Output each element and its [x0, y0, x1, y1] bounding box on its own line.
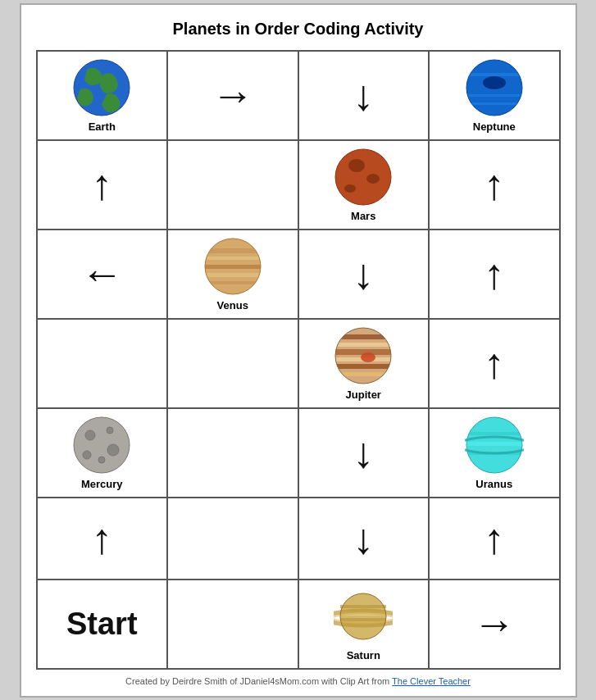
- planet-label-venus: Venus: [217, 299, 248, 311]
- svg-rect-45: [466, 442, 522, 446]
- planet-label-neptune: Neptune: [473, 120, 516, 133]
- arrow-right: →: [473, 602, 516, 645]
- planet-uranus: Uranus: [465, 416, 524, 490]
- start-label: Start: [66, 607, 138, 642]
- cell-r3-c2: Jupiter: [299, 320, 430, 409]
- cell-r6-c2: Saturn: [299, 580, 430, 670]
- cell-r5-c2: ↓: [299, 498, 430, 580]
- planet-label-uranus: Uranus: [475, 478, 512, 490]
- planet-label-earth: Earth: [89, 120, 116, 133]
- page-title: Planets in Order Coding Activity: [36, 20, 561, 39]
- svg-point-14: [344, 184, 356, 193]
- cell-r0-c2: ↓: [299, 52, 430, 141]
- activity-grid: Earth→↓Neptune↑Mars↑←Venus↓↑Jupiter↑Merc…: [36, 50, 561, 670]
- planet-jupiter: Jupiter: [334, 326, 393, 401]
- cell-r6-c0: Start: [38, 580, 169, 670]
- footer: Created by Deirdre Smith of JDaniel4sMom…: [36, 676, 561, 686]
- planet-label-mars: Mars: [351, 210, 375, 222]
- svg-rect-51: [340, 605, 386, 608]
- cell-r4-c1: [168, 409, 299, 498]
- svg-rect-19: [205, 257, 261, 260]
- svg-point-38: [107, 444, 119, 456]
- svg-rect-6: [466, 73, 522, 76]
- cell-r4-c3: Uranus: [430, 409, 561, 498]
- arrow-up: ↑: [91, 163, 112, 206]
- svg-point-12: [348, 159, 365, 172]
- planet-earth: Earth: [72, 58, 131, 133]
- arrow-up: ↑: [484, 342, 505, 384]
- cell-r5-c3: ↑: [430, 498, 561, 580]
- arrow-down: ↓: [353, 74, 374, 116]
- arrow-right: →: [212, 74, 254, 116]
- arrow-up: ↑: [484, 163, 505, 206]
- cell-r3-c3: ↑: [430, 320, 561, 409]
- cell-r1-c1: [168, 141, 299, 230]
- cell-r2-c2: ↓: [299, 230, 430, 320]
- svg-rect-20: [205, 265, 261, 269]
- cell-r3-c0: [38, 320, 169, 409]
- page: Planets in Order Coding Activity Earth→↓…: [20, 3, 577, 698]
- arrow-down: ↓: [353, 431, 374, 474]
- svg-point-5: [483, 76, 506, 89]
- planet-saturn: Saturn: [334, 587, 393, 661]
- svg-rect-26: [335, 334, 391, 339]
- cell-r2-c3: ↑: [430, 230, 561, 320]
- svg-point-32: [361, 352, 375, 362]
- arrow-down: ↓: [353, 252, 374, 295]
- cell-r2-c1: Venus: [168, 230, 299, 320]
- svg-rect-8: [466, 102, 522, 105]
- planet-venus: Venus: [203, 237, 262, 311]
- svg-rect-44: [466, 432, 522, 435]
- cell-r3-c1: [168, 320, 299, 409]
- svg-point-36: [85, 430, 95, 440]
- planet-mercury: Mercury: [72, 416, 131, 490]
- planet-label-jupiter: Jupiter: [346, 389, 381, 401]
- cell-r0-c0: Earth: [38, 52, 169, 141]
- svg-rect-27: [335, 343, 391, 347]
- planet-mars: Mars: [334, 148, 393, 222]
- svg-rect-21: [205, 273, 261, 277]
- cell-r4-c0: Mercury: [38, 409, 169, 498]
- planet-label-mercury: Mercury: [81, 478, 123, 490]
- cell-r1-c2: Mars: [299, 141, 430, 230]
- arrow-down: ↓: [353, 517, 374, 560]
- svg-rect-18: [205, 248, 261, 253]
- svg-rect-53: [340, 618, 386, 621]
- svg-point-39: [83, 451, 91, 459]
- svg-point-13: [366, 174, 380, 184]
- svg-rect-22: [205, 281, 261, 284]
- cell-r1-c0: ↑: [38, 141, 169, 230]
- svg-rect-30: [335, 364, 391, 369]
- cell-r5-c1: [168, 498, 299, 580]
- svg-point-37: [107, 427, 113, 434]
- footer-link[interactable]: The Clever Teacher: [392, 676, 471, 686]
- planet-neptune: Neptune: [465, 58, 524, 133]
- arrow-up: ↑: [484, 252, 505, 295]
- arrow-up: ↑: [484, 517, 505, 560]
- cell-r1-c3: ↑: [430, 141, 561, 230]
- arrow-up: ↑: [91, 517, 112, 560]
- planet-label-saturn: Saturn: [347, 649, 380, 661]
- arrow-left: ←: [80, 252, 123, 295]
- cell-r0-c3: Neptune: [430, 52, 561, 141]
- cell-r0-c1: →: [168, 52, 299, 141]
- cell-r4-c2: ↓: [299, 409, 430, 498]
- svg-point-40: [98, 457, 105, 463]
- cell-r5-c0: ↑: [38, 498, 169, 580]
- cell-r6-c1: [168, 580, 299, 670]
- svg-rect-7: [466, 94, 522, 97]
- cell-r6-c3: →: [430, 580, 561, 670]
- cell-r2-c0: ←: [38, 230, 169, 320]
